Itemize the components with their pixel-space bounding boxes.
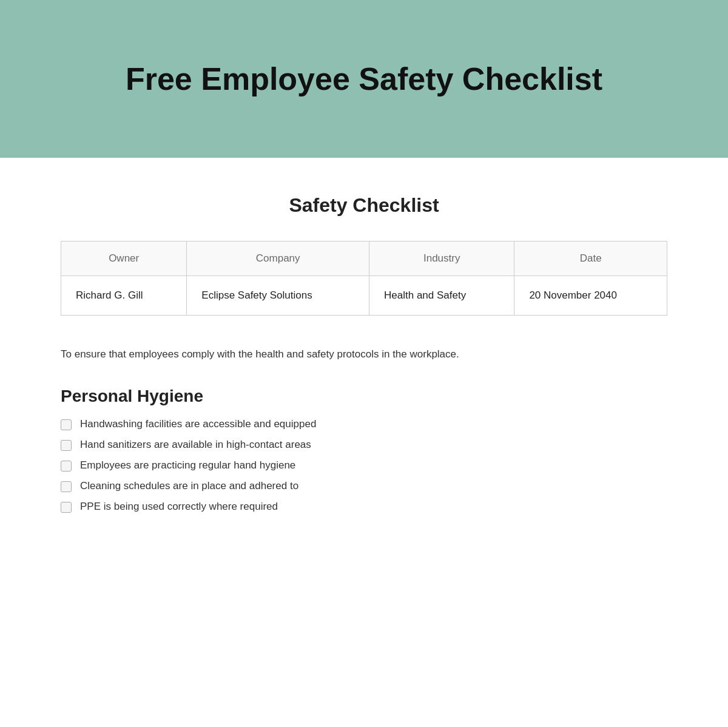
personal-hygiene-section: Personal Hygiene Handwashing facilities … xyxy=(61,387,667,513)
table-header-row: Owner Company Industry Date xyxy=(61,242,667,276)
info-table: Owner Company Industry Date Richard G. G… xyxy=(61,241,667,316)
checklist-item-label: Cleaning schedules are in place and adhe… xyxy=(80,480,298,492)
header-banner: Free Employee Safety Checklist xyxy=(0,0,728,158)
checklist-item-label: Handwashing facilities are accessible an… xyxy=(80,418,316,430)
checkbox-icon[interactable] xyxy=(61,461,72,472)
section-title: Safety Checklist xyxy=(61,194,667,217)
cell-owner: Richard G. Gill xyxy=(61,276,187,316)
page-title: Free Employee Safety Checklist xyxy=(126,60,602,98)
col-header-industry: Industry xyxy=(369,242,514,276)
list-item: Handwashing facilities are accessible an… xyxy=(61,418,667,430)
checkbox-icon[interactable] xyxy=(61,440,72,451)
list-item: Hand sanitizers are available in high-co… xyxy=(61,439,667,451)
col-header-date: Date xyxy=(514,242,667,276)
main-content: Safety Checklist Owner Company Industry … xyxy=(0,158,728,573)
checklist-item-label: Employees are practicing regular hand hy… xyxy=(80,459,295,472)
description-text: To ensure that employees comply with the… xyxy=(61,346,667,362)
cell-date: 20 November 2040 xyxy=(514,276,667,316)
list-item: Employees are practicing regular hand hy… xyxy=(61,459,667,472)
checklist-item-label: Hand sanitizers are available in high-co… xyxy=(80,439,311,451)
list-item: Cleaning schedules are in place and adhe… xyxy=(61,480,667,492)
cell-industry: Health and Safety xyxy=(369,276,514,316)
cell-company: Eclipse Safety Solutions xyxy=(187,276,369,316)
table-row: Richard G. Gill Eclipse Safety Solutions… xyxy=(61,276,667,316)
checklist-item-label: PPE is being used correctly where requir… xyxy=(80,501,278,513)
checkbox-icon[interactable] xyxy=(61,502,72,513)
checklist-items: Handwashing facilities are accessible an… xyxy=(61,418,667,513)
checkbox-icon[interactable] xyxy=(61,481,72,492)
checkbox-icon[interactable] xyxy=(61,419,72,430)
list-item: PPE is being used correctly where requir… xyxy=(61,501,667,513)
col-header-company: Company xyxy=(187,242,369,276)
personal-hygiene-heading: Personal Hygiene xyxy=(61,387,667,406)
col-header-owner: Owner xyxy=(61,242,187,276)
